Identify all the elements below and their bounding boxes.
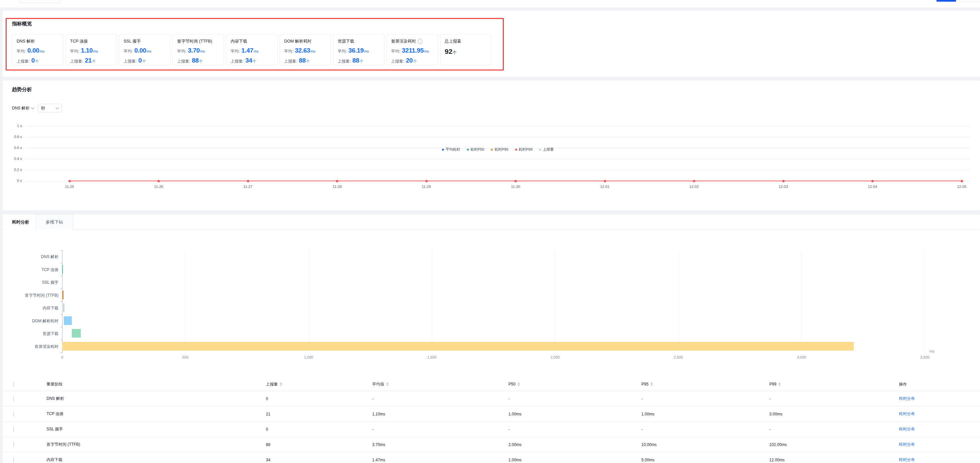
trend-data-point (604, 180, 606, 182)
y-axis-label: 0.8 s (3, 135, 22, 139)
sort-icon[interactable] (517, 382, 520, 386)
row-checkbox[interactable] (13, 427, 14, 432)
table-row: 首字节时间 (TTFB)883.70ms2.00ms10.00ms102.00m… (3, 437, 980, 452)
trend-chart: 1 s0.8 s0.6 s0.4 s0.2 s0 s11-2511-2611-2… (3, 125, 980, 208)
axis-tick (60, 276, 62, 276)
sort-icon[interactable] (386, 382, 389, 386)
x-gridline (802, 250, 802, 353)
trend-analysis-title: 趋势分析 (12, 86, 32, 93)
axis-tick (60, 327, 62, 327)
metric-count-unit: 个 (35, 59, 39, 64)
x-gridline (678, 250, 679, 353)
sort-asc-icon (280, 382, 282, 384)
info-icon[interactable]: i (418, 39, 423, 44)
legend-label: 耗时P95 (495, 147, 508, 152)
metric-count-unit: 个 (199, 59, 203, 64)
cell-p95: - (641, 396, 769, 401)
metric-count-key: 上报量: (337, 59, 351, 64)
tab-duration-analysis[interactable]: 耗时分析 (6, 214, 35, 230)
sort-desc-icon (280, 385, 282, 386)
metric-avg-row: 平均:3211.95ms (391, 47, 433, 54)
duration-distribution-link[interactable]: 耗时分布 (899, 442, 915, 447)
tab-multidim-drilldown[interactable]: 多维下钻 (35, 214, 73, 230)
legend-item[interactable]: 耗时P50 (467, 147, 485, 152)
metric-avg-unit: ms (200, 49, 205, 53)
cell-stage: 内容下载 (46, 457, 266, 463)
column-header[interactable]: 上报量 (266, 382, 372, 387)
waterfall-chart: 05001,0001,5002,0002,5003,0003,500msDNS … (3, 250, 980, 363)
metric-count-value: 88 (352, 57, 359, 64)
metric-card-label-text: 首屏渲染耗时 (391, 38, 416, 44)
row-select-cell (13, 396, 46, 401)
unit-select[interactable]: 秒 (38, 104, 62, 112)
x-axis-label: 11-30 (504, 185, 527, 188)
legend-item[interactable]: 耗时P95 (491, 147, 508, 152)
column-header[interactable]: 平均值 (372, 382, 508, 387)
cell-avg: 1.10ms (372, 412, 508, 417)
metric-card-label-text: DOM 解析耗时 (284, 38, 312, 44)
legend-item[interactable]: 平均耗时 (442, 147, 460, 152)
metric-card-label-text: 首字节时间 (TTFB) (177, 38, 212, 44)
row-select-cell (13, 412, 46, 417)
metric-count-row: 上报量:34个 (231, 57, 273, 64)
trend-analysis-card: 趋势分析 DNS 解析 秒 1 s0.8 s0.6 s0.4 s0.2 s0 s… (3, 80, 980, 210)
category-label: 首字节时间 (TTFB) (5, 293, 59, 299)
waterfall-bar (64, 303, 64, 312)
row-select-cell (13, 427, 46, 432)
metric-avg-row: 平均:1.47ms (231, 47, 273, 54)
table-row: SSL 握手0----耗时分布 (3, 422, 980, 437)
cell-count: 34 (266, 458, 372, 462)
x-gridline (925, 250, 925, 353)
legend-item[interactable]: 上报量 (539, 147, 554, 152)
metric-card-label-text: TCP 连接 (70, 38, 88, 44)
duration-distribution-link[interactable]: 耗时分布 (899, 457, 915, 462)
x-axis-label: 1,500 (419, 355, 445, 359)
cell-p99: - (769, 427, 899, 432)
metric-card-label: 首字节时间 (TTFB) (177, 38, 220, 44)
unit-select-value: 秒 (41, 105, 45, 111)
toolbar-primary-button[interactable] (937, 0, 956, 2)
axis-tick (60, 340, 62, 340)
metric-count-key: 上报量: (391, 59, 404, 64)
row-checkbox[interactable] (13, 412, 14, 417)
metric-card-label-text: DNS 解析 (17, 38, 35, 44)
column-header[interactable]: P50 (508, 382, 641, 386)
toolbar-secondary-button[interactable] (959, 0, 980, 2)
row-checkbox[interactable] (13, 442, 14, 447)
metric-avg-row: 平均:36.19ms (337, 47, 380, 54)
metric-avg-row: 平均:0.00ms (124, 47, 166, 54)
sort-icon[interactable] (778, 382, 781, 386)
row-checkbox[interactable] (13, 396, 14, 401)
row-checkbox[interactable] (13, 457, 14, 463)
column-header[interactable]: P99 (769, 382, 899, 386)
x-axis-label: 11-28 (326, 185, 349, 188)
legend-dot (442, 148, 444, 151)
column-header: 重要阶段 (46, 382, 266, 387)
duration-distribution-link[interactable]: 耗时分布 (899, 396, 915, 401)
metric-count-row: 上报量:88个 (337, 57, 380, 64)
metric-count-value: 88 (192, 57, 199, 64)
x-axis-label: 3,500 (912, 355, 938, 359)
y-axis-label: 0.4 s (3, 156, 22, 161)
duration-distribution-link[interactable]: 耗时分布 (899, 412, 915, 416)
cell-p95: 1.00ms (641, 412, 769, 417)
toolbar-cutoff-control[interactable] (19, 0, 60, 3)
legend-dot (515, 148, 517, 151)
column-header[interactable]: P95 (641, 382, 769, 386)
sort-icon[interactable] (650, 382, 653, 386)
sort-desc-icon (386, 385, 389, 386)
sort-icon[interactable] (280, 382, 282, 386)
metric-count-value: 0 (31, 57, 35, 64)
select-all-checkbox[interactable] (13, 382, 14, 387)
duration-distribution-link[interactable]: 耗时分布 (899, 427, 915, 431)
x-axis-label: 0 (49, 355, 75, 359)
metric-avg-key: 平均: (231, 49, 240, 54)
trend-data-point (158, 180, 160, 182)
metric-select[interactable]: DNS 解析 (12, 105, 34, 111)
legend-item[interactable]: 耗时P99 (515, 147, 533, 152)
metric-card-label-text: SSL 握手 (124, 38, 141, 44)
sort-desc-icon (517, 385, 520, 386)
column-header-label: 上报量 (266, 382, 278, 387)
cell-p50: 1.00ms (508, 412, 641, 417)
x-axis-label: 500 (172, 355, 199, 359)
